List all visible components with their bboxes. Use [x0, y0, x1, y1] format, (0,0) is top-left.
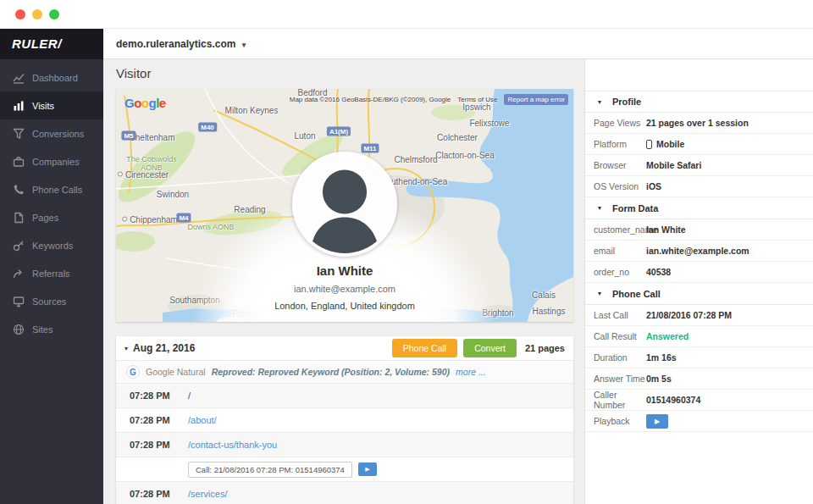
- sidebar-item-label: Sites: [32, 324, 53, 335]
- sidebar-item-pages[interactable]: Pages: [0, 203, 103, 231]
- pages-icon: [13, 212, 25, 224]
- timeline-row: 07:28 PM/services/: [116, 482, 573, 504]
- chevron-down-icon: ▾: [242, 41, 246, 49]
- sidebar-item-keywords[interactable]: Keywords: [0, 231, 103, 259]
- detail-value: 0m 5s: [646, 374, 672, 384]
- convert-button[interactable]: Convert: [463, 339, 517, 357]
- google-logo-letter: o: [141, 96, 149, 110]
- google-icon: G: [126, 365, 140, 379]
- detail-row: Answer Time0m 5s: [585, 368, 813, 390]
- detail-label: Last Call: [585, 310, 646, 320]
- section-header[interactable]: ▾Phone Call: [585, 283, 813, 305]
- section-title: Phone Call: [612, 289, 661, 299]
- detail-row: emailian.white@example.com: [585, 241, 813, 262]
- call-row: Call: 21/08/2016 07:28 PM: 01514960374▶: [116, 457, 573, 482]
- sites-icon: [13, 324, 25, 335]
- content: Visitor: [103, 59, 813, 504]
- page-path-link[interactable]: /about/: [188, 415, 217, 425]
- detail-row: Page Views21 pages over 1 session: [585, 113, 813, 134]
- detail-label: Call Result: [585, 331, 646, 341]
- domain-selector[interactable]: demo.ruleranalytics.com ▾: [116, 38, 246, 50]
- companies-icon: [13, 156, 25, 168]
- sidebar-item-companies[interactable]: Companies: [0, 147, 103, 175]
- page-path-link[interactable]: /contact-us/thank-you: [188, 440, 277, 450]
- detail-value: 1m 16s: [646, 352, 677, 363]
- sidebar-item-referrals[interactable]: Referrals: [0, 259, 103, 287]
- google-logo[interactable]: Google: [124, 96, 166, 110]
- section-header[interactable]: ▾Profile: [585, 91, 813, 113]
- minimize-window-button[interactable]: [32, 9, 42, 19]
- detail-row: Caller Number01514960374: [585, 390, 813, 411]
- app-body: RULER/ DashboardVisitsConversionsCompani…: [0, 29, 813, 504]
- detail-value: ▶: [646, 414, 668, 429]
- source-name: Google Natural: [146, 367, 206, 377]
- entry-time: 07:28 PM: [116, 440, 188, 450]
- detail-row: PlatformMobile: [585, 134, 813, 155]
- sidebar-item-visits[interactable]: Visits: [0, 91, 103, 119]
- main-area: demo.ruleranalytics.com ▾ Visitor: [103, 29, 813, 504]
- sidebar-item-conversions[interactable]: Conversions: [0, 119, 103, 147]
- phone-calls-icon: [13, 184, 25, 196]
- entry-time: 07:28 PM: [116, 489, 188, 499]
- section-title: Form Data: [612, 203, 658, 213]
- conversions-icon: [13, 128, 25, 140]
- detail-label: Page Views: [585, 118, 646, 128]
- detail-label: email: [585, 246, 646, 256]
- section-header[interactable]: ▾Form Data: [585, 197, 813, 219]
- collapse-caret-icon[interactable]: ▾: [124, 345, 128, 352]
- zoom-window-button[interactable]: [49, 9, 59, 19]
- sidebar-item-dashboard[interactable]: Dashboard: [0, 64, 103, 91]
- detail-row: Last Call21/08/2016 07:28 PM: [585, 305, 813, 326]
- entry-time: 07:28 PM: [116, 390, 188, 401]
- topbar: demo.ruleranalytics.com ▾: [103, 29, 813, 59]
- timeline-row: 07:28 PM/contact-us/thank-you: [116, 433, 573, 457]
- map-report-link[interactable]: Report a map error: [504, 94, 568, 105]
- detail-label: order_no: [585, 267, 646, 277]
- detail-label: customer_name: [585, 224, 646, 235]
- detail-value: Mobile: [646, 139, 684, 149]
- detail-label: Answer Time: [585, 374, 646, 384]
- referrals-icon: [13, 268, 25, 280]
- map-place-label: Cheltenham: [122, 133, 175, 142]
- brand-logo[interactable]: RULER/: [0, 29, 103, 59]
- window-titlebar: [0, 0, 813, 29]
- app-window: RULER/ DashboardVisitsConversionsCompani…: [0, 0, 813, 504]
- detail-value: Answered: [646, 331, 689, 341]
- call-info-chip: Call: 21/08/2016 07:28 PM: 01514960374: [188, 462, 352, 478]
- google-logo-letter: e: [159, 96, 166, 110]
- google-logo-letter: G: [124, 96, 134, 110]
- close-window-button[interactable]: [15, 9, 25, 19]
- sidebar-item-label: Phone Calls: [32, 185, 82, 195]
- sources-icon: [13, 296, 25, 307]
- sidebar-item-label: Pages: [32, 213, 58, 223]
- map-place-label: Clacton-on-Sea: [435, 151, 494, 160]
- detail-row: Call ResultAnswered: [585, 326, 813, 347]
- detail-value: Ian White: [646, 224, 686, 235]
- map-card: BedfordMilton KeynesIpswichFelixstoweCol…: [116, 89, 573, 322]
- road-badge: M5: [121, 131, 136, 141]
- detail-value: 21 pages over 1 session: [646, 118, 749, 128]
- detail-row: order_no40538: [585, 262, 813, 283]
- sidebar-item-label: Conversions: [32, 129, 84, 139]
- map-place-label: Chelmsford: [394, 155, 437, 164]
- play-call-button[interactable]: ▶: [358, 462, 377, 476]
- phone-call-button[interactable]: Phone Call: [392, 339, 457, 357]
- mobile-icon: [646, 140, 652, 149]
- map-terms-link[interactable]: Terms of Use: [457, 96, 497, 103]
- sidebar-item-phone-calls[interactable]: Phone Calls: [0, 175, 103, 203]
- visit-log-header: ▾ Aug 21, 2016 Phone Call Convert 21 pag…: [116, 336, 573, 361]
- visits-icon: [13, 100, 25, 112]
- page-path-link[interactable]: /services/: [188, 489, 227, 499]
- source-keyword: Reproved: Reproved Keyword (Position: 2,…: [212, 367, 450, 377]
- sidebar-item-sources[interactable]: Sources: [0, 287, 103, 315]
- page-path: /: [188, 390, 191, 401]
- playback-play-button[interactable]: ▶: [646, 414, 668, 429]
- detail-label: Browser: [585, 160, 646, 170]
- details-section-form-data: ▾Form Datacustomer_nameIan Whiteemailian…: [585, 197, 813, 283]
- detail-label: Playback: [585, 416, 646, 426]
- map-attribution-bar: Map data ©2016 GeoBasis-DE/BKG (©2009), …: [290, 94, 568, 105]
- sidebar-item-sites[interactable]: Sites: [0, 315, 103, 343]
- map-place-label: Luton: [294, 131, 315, 141]
- details-section-profile: ▾ProfilePage Views21 pages over 1 sessio…: [585, 91, 813, 197]
- more-link[interactable]: more ...: [456, 367, 486, 377]
